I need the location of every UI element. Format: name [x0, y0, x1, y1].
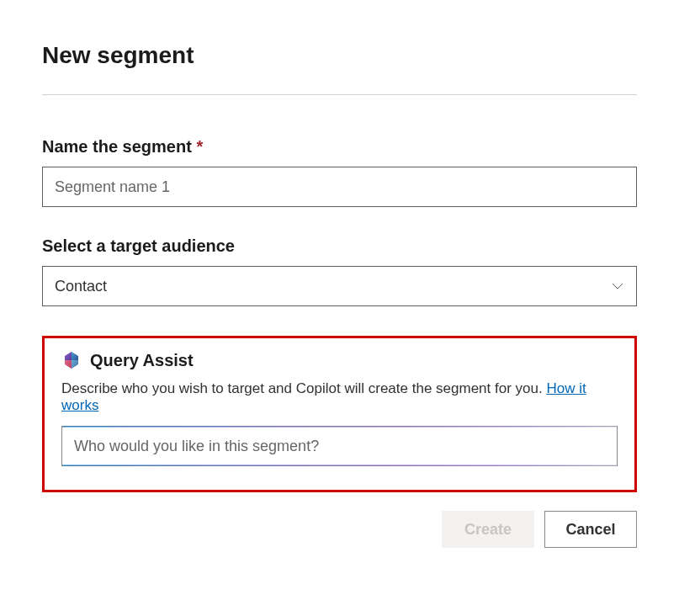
button-row: Create Cancel — [42, 511, 637, 548]
audience-selected-value: Contact — [55, 278, 107, 295]
audience-select[interactable]: Contact — [42, 266, 637, 306]
audience-field-group: Select a target audience Contact — [42, 236, 637, 306]
segment-name-input[interactable] — [42, 167, 637, 207]
page-title: New segment — [42, 42, 637, 69]
query-assist-description: Describe who you wish to target and Copi… — [61, 380, 618, 414]
divider — [42, 94, 637, 95]
audience-field-label: Select a target audience — [42, 236, 637, 256]
create-button: Create — [442, 511, 534, 548]
cancel-button[interactable]: Cancel — [544, 511, 637, 548]
query-assist-title: Query Assist — [90, 351, 194, 370]
required-asterisk: * — [196, 137, 203, 156]
name-field-group: Name the segment * — [42, 137, 637, 207]
query-assist-header: Query Assist — [61, 350, 618, 370]
query-assist-description-text: Describe who you wish to target and Copi… — [61, 380, 546, 396]
copilot-icon — [61, 350, 82, 370]
chevron-down-icon — [611, 279, 624, 293]
query-input-wrapper — [61, 426, 618, 466]
gradient-top — [62, 426, 617, 427]
gradient-bottom — [62, 465, 617, 466]
audience-select-wrapper: Contact — [42, 266, 637, 306]
name-field-label: Name the segment * — [42, 137, 637, 157]
query-assist-panel: Query Assist Describe who you wish to ta… — [42, 336, 637, 492]
query-assist-input[interactable] — [61, 426, 618, 466]
name-label-text: Name the segment — [42, 137, 192, 156]
